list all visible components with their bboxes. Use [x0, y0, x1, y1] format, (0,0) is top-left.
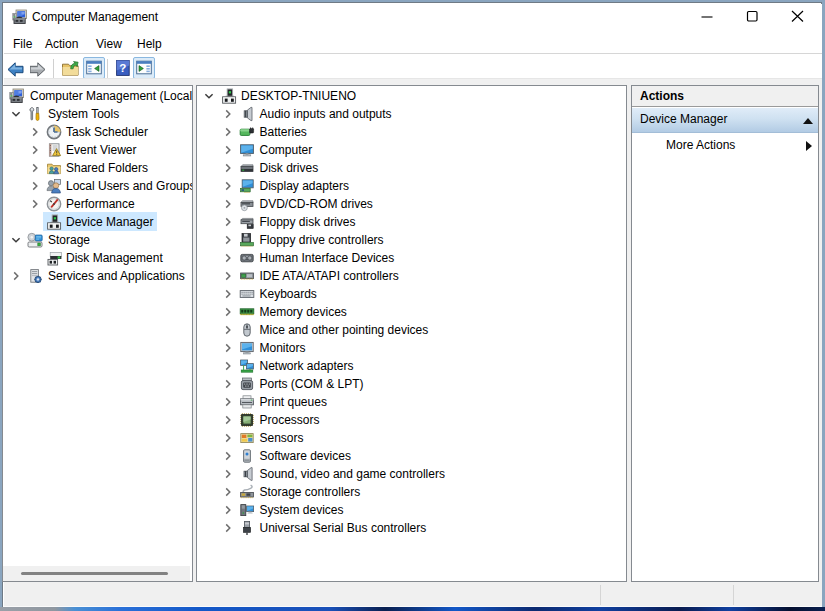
svg-text:?: ? — [119, 62, 126, 74]
